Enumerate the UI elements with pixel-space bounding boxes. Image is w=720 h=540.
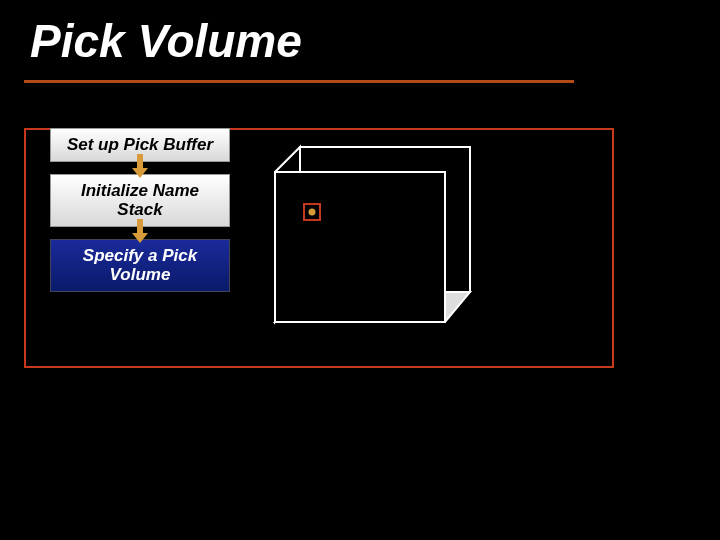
step-label-line1: Initialize Name — [81, 181, 199, 200]
svg-point-5 — [309, 209, 316, 216]
code-line-1: glu.Pick.Matrix( x, y, 5. 0, 5. 0, — [284, 395, 604, 422]
svg-marker-3 — [275, 172, 445, 322]
slide-title: Pick Volume — [30, 14, 302, 68]
step-specify-pick-volume: Specify a Pick Volume — [50, 239, 230, 292]
step-label-line2: Volume — [110, 265, 171, 284]
step-label-line1: Specify a Pick — [83, 246, 197, 265]
steps-column: Set up Pick Buffer Initialize Name Stack… — [30, 128, 250, 292]
code-snippet: glu.Pick.Matrix( x, y, 5. 0, 5. 0, viewp… — [284, 394, 664, 455]
step-label-line2: Stack — [117, 200, 162, 219]
code-line-2: viewport ); — [284, 426, 395, 453]
step-label: Set up Pick Buffer — [67, 135, 213, 154]
slide: Pick Volume Set up Pick Buffer Initializ… — [0, 0, 720, 540]
title-underline — [24, 80, 574, 83]
pick-volume-illustration — [270, 142, 480, 332]
